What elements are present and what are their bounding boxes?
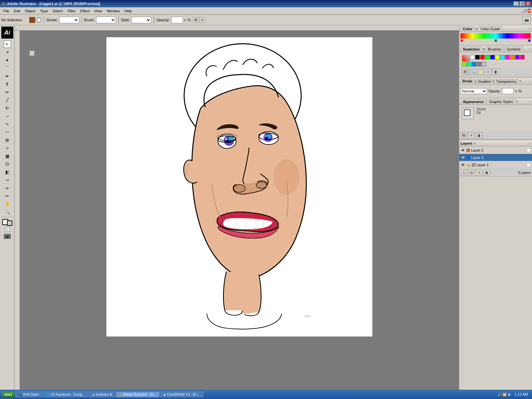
- swatch-green[interactable]: [485, 55, 490, 60]
- eyedropper-tool[interactable]: ⊸: [4, 176, 11, 184]
- selection-tool[interactable]: ↖: [4, 41, 11, 48]
- menu-item-edit[interactable]: Edit: [12, 8, 22, 14]
- swatch-purple[interactable]: [515, 55, 520, 60]
- color-spectrum[interactable]: [461, 33, 531, 39]
- gradient-tool[interactable]: ◧: [4, 168, 11, 176]
- layer1-eye[interactable]: 👁: [461, 163, 465, 167]
- stroke-panel-expand[interactable]: »: [529, 79, 531, 83]
- delete-graphic-style-btn[interactable]: 🗑: [476, 132, 482, 138]
- swatches-panel-expand[interactable]: »: [529, 47, 531, 51]
- menu-item-window[interactable]: Window: [105, 8, 122, 14]
- blend-tool[interactable]: ∞: [4, 184, 11, 192]
- new-swatch-btn[interactable]: +: [485, 69, 491, 75]
- stroke-select[interactable]: [59, 17, 79, 23]
- appearance-library-btn[interactable]: 📚: [461, 132, 467, 138]
- symbol-sprayer-tool[interactable]: ⊹: [4, 144, 11, 152]
- lasso-tool[interactable]: ⌒: [4, 65, 11, 72]
- swatch-blue[interactable]: [490, 55, 495, 60]
- layers-expand[interactable]: »: [529, 142, 531, 145]
- view-options-btn[interactable]: ≡: [200, 17, 205, 23]
- swatch-orange[interactable]: [510, 55, 515, 60]
- tab-swatches[interactable]: Swatches: [461, 47, 482, 52]
- hand-tool[interactable]: ✋: [4, 200, 11, 207]
- layers-close-btn[interactable]: ×: [473, 142, 475, 145]
- menu-item-type[interactable]: Type: [38, 8, 50, 14]
- swatch-cyan[interactable]: [500, 55, 505, 60]
- style-options-btn[interactable]: ⊞: [193, 17, 199, 23]
- tab-transparency[interactable]: Transparency: [494, 79, 518, 84]
- layer-row-2[interactable]: 👁 Layer 2: [459, 147, 532, 154]
- taskbar-coreldraw[interactable]: ◈ CorelDRAW X3 - [E:\...: [160, 392, 203, 397]
- make-sublayer-btn[interactable]: ⤵: [461, 170, 467, 176]
- text-tool[interactable]: T: [4, 80, 11, 88]
- opacity-value-panel[interactable]: 19: [502, 88, 514, 94]
- appearance-expand[interactable]: »: [529, 100, 531, 103]
- swatch-black[interactable]: [475, 55, 480, 60]
- make-selection-btn[interactable]: ⊡: [468, 170, 475, 176]
- direct-selection-tool[interactable]: ↗: [4, 49, 11, 56]
- layer2-target[interactable]: [527, 148, 531, 152]
- screen-mode-btn[interactable]: ▬: [4, 234, 11, 239]
- swatch-red[interactable]: [480, 55, 485, 60]
- menu-item-select[interactable]: Select: [51, 8, 65, 14]
- rotate-tool[interactable]: ↻: [4, 104, 11, 112]
- swatch-sky[interactable]: [472, 62, 476, 66]
- zoom-tool[interactable]: 🔍: [4, 208, 11, 215]
- swatches-library-btn[interactable]: 📚: [462, 69, 468, 75]
- tab-graphic-styles[interactable]: Graphic Styles: [487, 99, 515, 104]
- minimize-button[interactable]: _: [513, 1, 519, 6]
- tab-color-guide[interactable]: Color Guide: [478, 26, 502, 31]
- column-graph-tool[interactable]: ▦: [4, 152, 11, 160]
- menu-item-view[interactable]: View: [92, 8, 104, 14]
- delete-layer-btn[interactable]: 🗑: [483, 170, 490, 176]
- menu-item-filter[interactable]: Filter: [66, 8, 77, 14]
- canvas-scroll[interactable]: page: [20, 31, 459, 392]
- scale-tool[interactable]: ⤡: [4, 120, 11, 128]
- swatch-yellow[interactable]: [495, 55, 500, 60]
- taskbar-karikatur[interactable]: 🗂 karikatur Ai: [89, 392, 115, 397]
- free-transform-tool[interactable]: ⊞: [4, 136, 11, 144]
- tab-brushes[interactable]: Brushes: [485, 47, 503, 52]
- swatch-lime[interactable]: [462, 62, 466, 66]
- swatch-pink[interactable]: [520, 55, 525, 60]
- reflect-tool[interactable]: ↔: [4, 112, 11, 120]
- new-layer-btn[interactable]: +: [476, 170, 482, 176]
- menu-item-effect[interactable]: Effect: [78, 8, 91, 14]
- blend-mode-select[interactable]: Normal Multiply Screen Overlay: [461, 88, 487, 94]
- none-icon[interactable]: ∅: [5, 227, 10, 232]
- tab-appearance[interactable]: Appearance: [461, 99, 486, 104]
- app-minimize-button[interactable]: _: [521, 9, 523, 13]
- warp-tool[interactable]: 〰: [4, 128, 11, 136]
- opacity-input[interactable]: 19: [171, 17, 183, 23]
- show-find-field-btn[interactable]: 🔍: [469, 69, 476, 75]
- swatch-gray[interactable]: [477, 62, 481, 66]
- graphic-styles-close-btn[interactable]: ×: [517, 100, 518, 103]
- layer3-target[interactable]: [527, 156, 531, 160]
- layer-row-3[interactable]: 👁 Layer 3: [459, 154, 532, 161]
- swatch-silver[interactable]: [482, 62, 486, 66]
- tab-symbols[interactable]: Symbols: [504, 47, 523, 52]
- pencil-tool[interactable]: ✏: [4, 88, 11, 96]
- close-button[interactable]: ✕: [525, 1, 531, 6]
- taskbar-aha-dialer[interactable]: 📞 AHA Dialer: [15, 392, 42, 397]
- pen-tool[interactable]: ✒: [4, 72, 11, 80]
- delete-swatch-btn[interactable]: 🗑: [492, 69, 499, 75]
- tab-color[interactable]: Color: [461, 26, 475, 32]
- layer1-target[interactable]: [527, 163, 531, 167]
- scissors-tool[interactable]: ✂: [4, 192, 11, 200]
- taskbar-facebook[interactable]: 🌐 (4) Facebook - Googl...: [43, 392, 88, 397]
- new-color-group-btn[interactable]: 📁: [477, 69, 484, 75]
- stroke-box[interactable]: [7, 220, 12, 226]
- app-close-button[interactable]: ✕: [528, 9, 531, 13]
- brush-select[interactable]: [96, 17, 116, 23]
- app-restore-button[interactable]: ◻: [524, 9, 527, 13]
- menu-item-object[interactable]: Object: [23, 8, 38, 14]
- taskbar-ai[interactable]: Ai Adobe Illustrator - [in...: [116, 392, 160, 397]
- restore-button[interactable]: ◻: [519, 1, 525, 6]
- layer2-eye[interactable]: 👁: [461, 148, 465, 153]
- magic-wand-tool[interactable]: ✦: [4, 57, 11, 64]
- new-graphic-style-btn[interactable]: +: [468, 132, 475, 138]
- line-tool[interactable]: ╱: [4, 96, 11, 104]
- swatch-teal[interactable]: [467, 62, 471, 66]
- canvas-area[interactable]: page: [15, 25, 459, 392]
